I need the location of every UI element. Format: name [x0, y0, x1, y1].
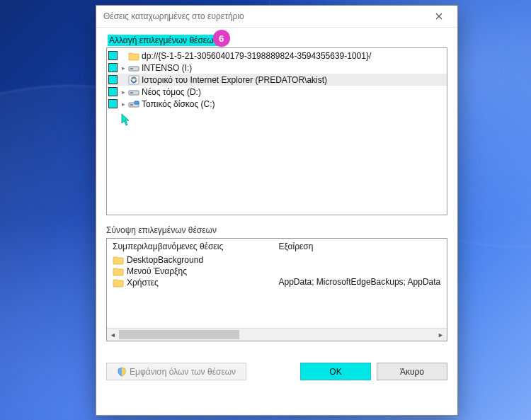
folder-icon [113, 277, 124, 288]
tree-row[interactable]: ▸ Ιστορικό του Internet Explorer (PREDAT… [107, 74, 447, 86]
scroll-left-arrow-icon[interactable]: ◄ [107, 329, 119, 341]
dialog-title: Θέσεις καταχωρημένες στο ευρετήριο [103, 11, 425, 21]
scroll-right-arrow-icon[interactable]: ► [435, 329, 447, 341]
tree-expander[interactable]: ▸ [120, 64, 127, 72]
drive-icon [128, 62, 139, 74]
tree-row[interactable]: ▸ Τοπικός δίσκος (C:) [107, 98, 447, 110]
folder-icon [113, 254, 124, 266]
tree-item-label: Ιστορικό του Internet Explorer (PREDATOR… [140, 75, 329, 85]
svg-rect-7 [130, 104, 133, 106]
included-column: Συμπεριλαμβανόμενες θέσεις DesktopBackgr… [107, 239, 273, 328]
titlebar: Θέσεις καταχωρημένες στο ευρετήριο [96, 6, 457, 28]
ie-icon [128, 74, 139, 86]
tree-item-label: Τοπικός δίσκος (C:) [140, 99, 217, 109]
summary-panel: Συμπεριλαμβανόμενες θέσεις DesktopBackgr… [106, 238, 447, 341]
close-icon [435, 13, 442, 20]
svg-rect-1 [130, 68, 133, 69]
cancel-label: Άκυρο [400, 367, 424, 377]
tree-row[interactable]: ▸ dp://{S-1-5-21-3056040179-3198889824-3… [107, 50, 447, 62]
svg-rect-8 [135, 101, 139, 104]
tree-checkbox[interactable] [108, 75, 118, 84]
tree-item-label: dp://{S-1-5-21-3056040179-3198889824-359… [140, 51, 372, 61]
excluded-header: Εξαίρεση [278, 242, 442, 251]
included-label: DesktopBackground [127, 255, 203, 265]
included-label: Χρήστες [127, 278, 159, 288]
dialog-button-row: Εμφάνιση όλων των θέσεων OK Άκυρο [106, 341, 447, 380]
ok-button[interactable]: OK [300, 363, 371, 380]
excluded-line: AppData; MicrosoftEdgeBackups; AppData [278, 277, 442, 287]
show-all-locations-button[interactable]: Εμφάνιση όλων των θέσεων [106, 363, 246, 380]
close-button[interactable] [425, 6, 453, 26]
tree-checkbox[interactable] [108, 99, 118, 108]
tree-checkbox[interactable] [108, 63, 118, 72]
summary-horizontal-scrollbar[interactable]: ◄ ► [107, 328, 447, 341]
scroll-thumb[interactable] [119, 330, 239, 339]
summary-section-header: Σύνοψη επιλεγμένων θέσεων [106, 225, 447, 235]
included-item[interactable]: Μενού Έναρξης [113, 266, 268, 277]
tree-row[interactable]: ▸ INTENSO (I:) [107, 62, 447, 74]
tree-section-label: Αλλαγή επιλεγμένων θέσεων [109, 35, 218, 45]
indexed-locations-dialog: Θέσεις καταχωρημένες στο ευρετήριο Αλλαγ… [96, 5, 458, 416]
tree-checkbox[interactable] [108, 87, 118, 96]
excluded-column: Εξαίρεση AppData; MicrosoftEdgeBackups; … [273, 239, 447, 328]
folder-icon [113, 266, 124, 277]
tree-expander[interactable]: ▸ [120, 88, 127, 96]
locations-tree-panel: ▸ dp://{S-1-5-21-3056040179-3198889824-3… [106, 47, 447, 215]
ok-label: OK [329, 367, 341, 377]
included-header: Συμπεριλαμβανόμενες θέσεις [113, 242, 268, 251]
included-label: Μενού Έναρξης [127, 266, 187, 276]
included-item[interactable]: DesktopBackground [113, 254, 268, 266]
tree-row[interactable]: ▸ Νέος τόμος (D:) [107, 86, 447, 98]
tree-section-header: Αλλαγή επιλεγμένων θέσεων 6 [108, 35, 219, 46]
annotation-badge: 6 [213, 30, 230, 47]
shield-icon [117, 367, 127, 377]
cancel-button[interactable]: Άκυρο [377, 363, 447, 380]
included-item[interactable]: Χρήστες [113, 277, 268, 288]
show-all-label: Εμφάνιση όλων των θέσεων [130, 367, 236, 377]
folder-icon [128, 50, 139, 62]
svg-rect-5 [130, 92, 133, 93]
tree-item-label: INTENSO (I:) [140, 63, 193, 73]
tree-checkbox[interactable] [108, 51, 118, 60]
tree-item-label: Νέος τόμος (D:) [140, 87, 202, 97]
locations-tree[interactable]: ▸ dp://{S-1-5-21-3056040179-3198889824-3… [107, 48, 447, 111]
dialog-content: Αλλαγή επιλεγμένων θέσεων 6 ▸ dp://{S-1-… [96, 28, 457, 415]
drive-c-icon [128, 98, 139, 110]
drive-icon [128, 86, 139, 98]
tree-expander[interactable]: ▸ [120, 100, 127, 108]
mouse-cursor-icon [121, 113, 131, 126]
